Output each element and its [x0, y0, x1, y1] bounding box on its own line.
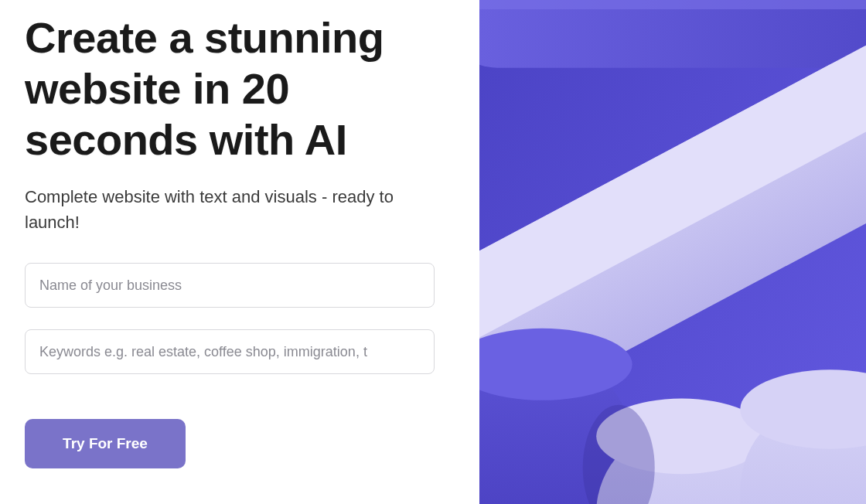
svg-rect-1: [479, 0, 866, 68]
keywords-input[interactable]: [25, 329, 435, 374]
try-for-free-button[interactable]: Try For Free: [25, 419, 186, 468]
signup-form: Try For Free: [25, 263, 435, 468]
hero-illustration: [479, 0, 866, 504]
hero-subhead: Complete website with text and visuals -…: [25, 184, 448, 235]
svg-rect-2: [479, 0, 866, 9]
business-name-input[interactable]: [25, 263, 435, 308]
hero-headline: Create a stunning website in 20 seconds …: [25, 12, 448, 165]
